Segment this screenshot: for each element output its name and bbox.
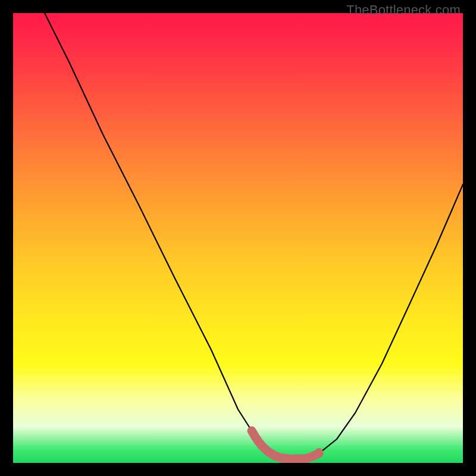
watermark-text: TheBottleneck.com — [346, 2, 461, 18]
curve-highlight-band — [252, 431, 319, 459]
bottleneck-chart — [13, 13, 463, 463]
bottleneck-curve-line — [45, 13, 463, 459]
curve-highlight-endpoint — [315, 448, 323, 456]
